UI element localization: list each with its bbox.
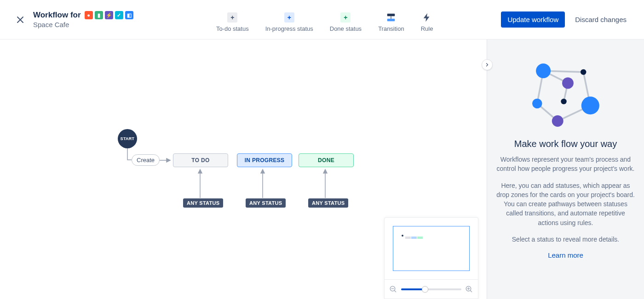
- workflow-illustration-icon: [524, 61, 607, 134]
- any-status-badge[interactable]: ANY STATUS: [246, 198, 286, 208]
- add-transition-button[interactable]: Transition: [378, 12, 404, 32]
- svg-marker-3: [198, 169, 202, 173]
- issue-type-icon: ✓: [115, 11, 123, 19]
- plus-icon: +: [340, 12, 351, 23]
- svg-point-20: [581, 96, 599, 114]
- zoom-controls: [385, 279, 478, 299]
- add-done-status-button[interactable]: + Done status: [330, 12, 362, 32]
- discard-changes-button[interactable]: Discard changes: [572, 11, 629, 28]
- chevron-right-icon: [484, 62, 490, 68]
- svg-point-15: [536, 63, 551, 78]
- add-transition-label: Transition: [378, 25, 404, 32]
- learn-more-link[interactable]: Learn more: [548, 251, 583, 259]
- any-status-badge[interactable]: ANY STATUS: [308, 198, 348, 208]
- svg-point-16: [581, 69, 586, 75]
- svg-marker-5: [323, 169, 327, 173]
- close-icon: [15, 14, 26, 25]
- main: START Create TO DO IN PROGRESS DONE ANY …: [0, 39, 644, 299]
- panel-title: Make work flow your way: [514, 139, 617, 149]
- zoom-in-icon: [465, 285, 473, 293]
- side-panel: Make work flow your way Workflows repres…: [487, 39, 644, 299]
- close-button[interactable]: [9, 9, 31, 31]
- svg-marker-2: [167, 158, 170, 162]
- minimap-start-dot: [402, 235, 403, 237]
- add-todo-label: To-do status: [216, 25, 249, 32]
- panel-paragraph: Here, you can add statuses, which appear…: [496, 181, 635, 227]
- svg-rect-1: [387, 19, 395, 22]
- title-block: Workflow for ●▮⚡✓◧ Space Cafe: [33, 11, 148, 28]
- bolt-icon: [422, 12, 432, 23]
- add-inprogress-status-button[interactable]: + In-progress status: [265, 12, 313, 32]
- svg-point-21: [552, 115, 563, 127]
- issue-type-icon: ▮: [95, 11, 103, 19]
- add-todo-status-button[interactable]: + To-do status: [216, 12, 249, 32]
- any-status-badge[interactable]: ANY STATUS: [183, 198, 223, 208]
- panel-paragraph: Workflows represent your team's process …: [496, 155, 635, 174]
- create-transition[interactable]: Create: [132, 154, 160, 166]
- add-rule-label: Rule: [421, 25, 433, 32]
- toolbar: + To-do status + In-progress status + Do…: [148, 7, 501, 32]
- transition-icon: [386, 12, 396, 23]
- add-done-label: Done status: [330, 25, 362, 32]
- svg-point-18: [561, 99, 566, 104]
- header-actions: Update workflow Discard changes: [501, 11, 629, 28]
- svg-marker-4: [261, 169, 264, 173]
- panel-collapse-button[interactable]: [482, 59, 493, 70]
- issue-type-icon: ◧: [125, 11, 133, 19]
- minimap: [384, 217, 478, 299]
- plus-icon: +: [284, 12, 294, 23]
- zoom-slider-thumb[interactable]: [422, 286, 428, 293]
- status-done[interactable]: DONE: [299, 153, 354, 167]
- workflow-canvas[interactable]: START Create TO DO IN PROGRESS DONE ANY …: [0, 39, 487, 299]
- zoom-slider[interactable]: [401, 288, 461, 290]
- start-node[interactable]: START: [118, 129, 137, 148]
- status-inprogress[interactable]: IN PROGRESS: [237, 153, 292, 167]
- add-inprogress-label: In-progress status: [265, 25, 313, 32]
- header-bar: Workflow for ●▮⚡✓◧ Space Cafe + To-do st…: [0, 0, 644, 39]
- issue-type-icon: ●: [85, 11, 93, 19]
- update-workflow-button[interactable]: Update workflow: [501, 11, 565, 28]
- plus-icon: +: [227, 12, 237, 23]
- project-name: Space Cafe: [33, 21, 148, 28]
- issue-type-icons: ●▮⚡✓◧: [85, 11, 133, 19]
- add-rule-button[interactable]: Rule: [421, 12, 433, 32]
- minimap-statuses: [405, 237, 423, 239]
- issue-type-icon: ⚡: [105, 11, 113, 19]
- minimap-viewport[interactable]: [393, 226, 470, 271]
- page-title-prefix: Workflow for: [33, 11, 81, 20]
- svg-point-19: [532, 99, 542, 108]
- panel-paragraph: Select a status to reveal more details.: [512, 235, 619, 244]
- zoom-out-icon: [389, 285, 397, 293]
- status-todo[interactable]: TO DO: [173, 153, 228, 167]
- zoom-in-button[interactable]: [465, 285, 473, 293]
- svg-rect-0: [387, 14, 395, 17]
- zoom-out-button[interactable]: [389, 285, 397, 293]
- svg-point-17: [562, 77, 574, 89]
